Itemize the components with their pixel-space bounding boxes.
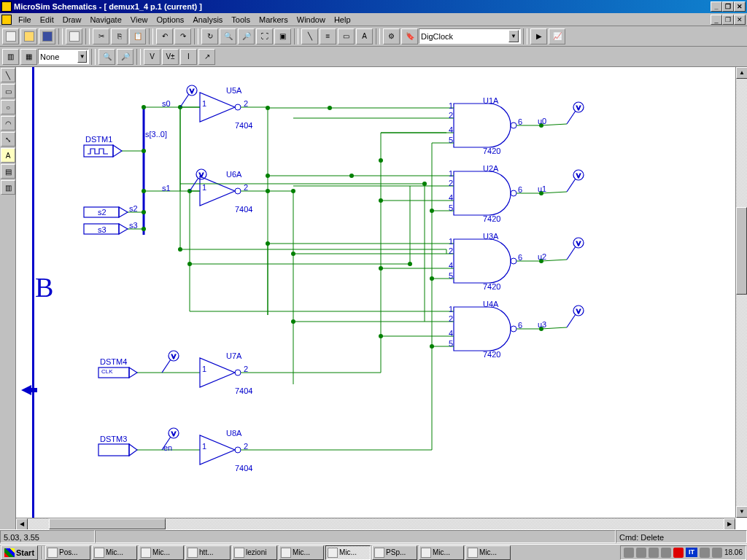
setup-analysis-button[interactable]: 📈: [549, 28, 565, 44]
label-s3: s3: [98, 225, 107, 234]
task-button-6[interactable]: Mic...: [325, 545, 371, 560]
label-dstm4: DSTM4: [100, 357, 127, 366]
scroll-thumb[interactable]: [736, 207, 747, 295]
menu-edit[interactable]: Edit: [36, 15, 58, 25]
svg-line-60: [180, 94, 189, 107]
marker-tool-3[interactable]: 🔍: [98, 49, 115, 65]
menu-navigate[interactable]: Navigate: [85, 15, 125, 25]
task-icon: [187, 548, 198, 558]
copy-button[interactable]: ⎘: [111, 28, 128, 44]
mdi-maximize-button[interactable]: ❐: [722, 15, 734, 25]
draw-block-button[interactable]: ▭: [338, 28, 355, 44]
scroll-up-button[interactable]: ▲: [736, 67, 747, 79]
toolbar-main: ✂ ⎘ 📋 ↶ ↷ ↻ 🔍 🔎 ⛶ ▣ ╲ ≡ ▭ A ⚙ 🔖 ▼ ▶ 📈: [0, 26, 747, 47]
task-button-1[interactable]: Mic...: [92, 545, 137, 560]
rect-tool[interactable]: ▭: [1, 84, 15, 98]
print-button[interactable]: [66, 28, 82, 44]
start-button[interactable]: Start: [1, 545, 38, 560]
paste-button[interactable]: 📋: [129, 28, 146, 44]
status-empty1: [95, 530, 616, 543]
part-browse-button[interactable]: 🔖: [401, 28, 418, 44]
tray-icon-1[interactable]: [624, 548, 634, 558]
scrollbar-vertical[interactable]: ▲ ▼: [735, 67, 747, 518]
tool-palette: ╲ ▭ ○ ◠ ⤡ A ▤ ▥: [0, 67, 16, 529]
system-tray: IT 18.06: [620, 545, 746, 560]
task-button-4[interactable]: lezioni: [232, 545, 277, 560]
task-button-3[interactable]: htt...: [185, 545, 231, 560]
arc-tool[interactable]: ◠: [1, 116, 15, 131]
undo-button[interactable]: ↶: [156, 28, 173, 44]
tray-icon-4[interactable]: [661, 548, 671, 558]
task-button-2[interactable]: Mic...: [139, 545, 184, 560]
part-name-input[interactable]: [421, 32, 507, 41]
polyline-tool[interactable]: ⤡: [1, 132, 15, 147]
close-button[interactable]: ✕: [734, 1, 746, 12]
simulate-button[interactable]: ▶: [530, 28, 547, 44]
schematic-canvas[interactable]: V V V V V V V V DSTM1 s0 s1 s[3..0] s2 s…: [60, 67, 735, 518]
get-part-button[interactable]: ⚙: [383, 28, 400, 44]
tray-icon-3[interactable]: [649, 548, 659, 558]
draw-bus-button[interactable]: ≡: [320, 28, 336, 44]
marker-combo-dropdown[interactable]: ▼: [77, 50, 87, 63]
zoom-fit-button[interactable]: ▣: [274, 28, 291, 44]
mdi-close-button[interactable]: ✕: [734, 15, 746, 25]
scroll-track[interactable]: [736, 79, 747, 506]
scroll-track-h[interactable]: [28, 518, 724, 529]
menu-options[interactable]: Options: [152, 15, 188, 25]
zoom-in-button[interactable]: 🔍: [220, 28, 236, 44]
redo-button[interactable]: ↷: [174, 28, 191, 44]
probe-marker-button[interactable]: ↗: [198, 49, 215, 65]
task-button-5[interactable]: Mic...: [279, 545, 324, 560]
tray-icon-2[interactable]: [636, 548, 646, 558]
menu-draw[interactable]: Draw: [58, 15, 86, 25]
next-tool[interactable]: ▥: [1, 180, 15, 195]
menu-markers[interactable]: Markers: [255, 15, 293, 25]
scrollbar-horizontal[interactable]: ◀ ▶: [16, 518, 735, 529]
menu-window[interactable]: Window: [293, 15, 330, 25]
redraw-button[interactable]: ↻: [201, 28, 218, 44]
line-tool[interactable]: ╲: [1, 68, 15, 82]
tray-icon-6[interactable]: [712, 548, 722, 558]
minimize-button[interactable]: _: [711, 1, 722, 12]
open-button[interactable]: [20, 28, 37, 44]
zoom-area-button[interactable]: ⛶: [256, 28, 273, 44]
scroll-left-button[interactable]: ◀: [16, 518, 28, 529]
save-button[interactable]: [39, 28, 55, 44]
current-marker-button[interactable]: I: [180, 49, 197, 65]
maximize-button[interactable]: ❐: [722, 1, 734, 12]
menu-help[interactable]: Help: [330, 15, 355, 25]
insert-pic-tool[interactable]: ▤: [1, 164, 15, 179]
task-button-0[interactable]: Pos...: [45, 545, 90, 560]
menu-analysis[interactable]: Analysis: [188, 15, 227, 25]
menu-tools[interactable]: Tools: [227, 15, 255, 25]
circle-tool[interactable]: ○: [1, 100, 15, 114]
draw-wire-button[interactable]: ╲: [301, 28, 318, 44]
marker-tool-2[interactable]: ▦: [20, 49, 37, 65]
scroll-thumb-h[interactable]: [49, 518, 166, 529]
part-combo-dropdown[interactable]: ▼: [508, 30, 519, 42]
marker-tool-1[interactable]: ▥: [2, 49, 19, 65]
vdiff-marker-button[interactable]: V±: [162, 49, 179, 65]
scroll-down-button[interactable]: ▼: [736, 506, 747, 518]
language-indicator[interactable]: IT: [686, 548, 697, 557]
part-name-combo[interactable]: ▼: [419, 28, 521, 44]
mdi-minimize-button[interactable]: _: [711, 15, 722, 25]
menu-file[interactable]: File: [14, 15, 36, 25]
marker-combo[interactable]: ▼: [38, 49, 89, 64]
menu-view[interactable]: View: [126, 15, 152, 25]
task-button-9[interactable]: Mic...: [465, 545, 511, 560]
marker-combo-input[interactable]: [40, 52, 76, 61]
zoom-out-button[interactable]: 🔎: [238, 28, 255, 44]
task-button-8[interactable]: Mic...: [419, 545, 464, 560]
text-tool[interactable]: A: [1, 148, 15, 163]
tray-ati-icon[interactable]: [673, 548, 684, 558]
marker-tool-4[interactable]: 🔎: [117, 49, 133, 65]
canvas-area[interactable]: B: [16, 67, 747, 529]
voltage-marker-button[interactable]: V: [144, 49, 160, 65]
scroll-right-button[interactable]: ▶: [724, 518, 735, 529]
new-button[interactable]: [2, 28, 19, 44]
draw-text-button[interactable]: A: [356, 28, 373, 44]
task-button-7[interactable]: PSp...: [372, 545, 417, 560]
tray-icon-5[interactable]: [700, 548, 710, 558]
cut-button[interactable]: ✂: [93, 28, 109, 44]
